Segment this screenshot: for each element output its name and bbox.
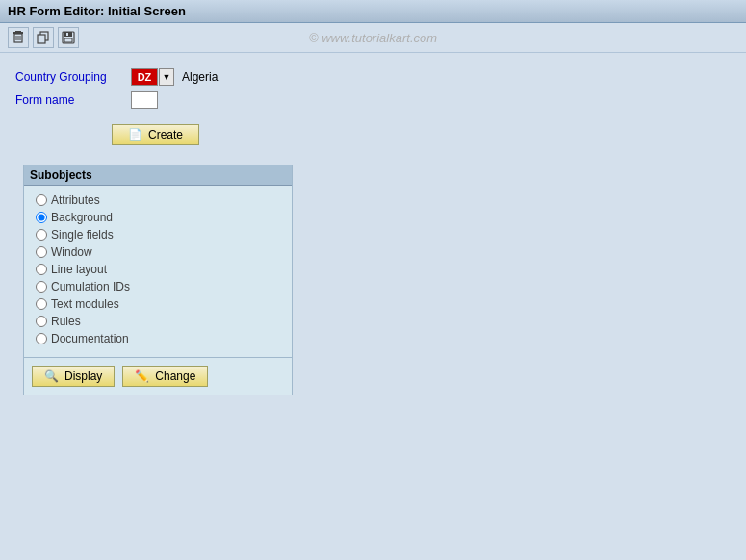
form-name-label: Form name xyxy=(15,93,131,107)
svg-rect-11 xyxy=(66,33,68,36)
background-radio[interactable] xyxy=(36,212,47,223)
line-layout-label: Line layout xyxy=(51,263,107,276)
svg-rect-10 xyxy=(64,38,72,42)
watermark: © www.tutorialkart.com xyxy=(309,31,437,45)
toolbar: © www.tutorialkart.com xyxy=(0,23,746,53)
subobjects-header: Subobjects xyxy=(24,165,292,186)
line-layout-radio[interactable] xyxy=(36,264,47,275)
change-button[interactable]: ✏️ Change xyxy=(122,366,208,387)
country-grouping-label: Country Grouping xyxy=(15,70,131,84)
rules-label: Rules xyxy=(51,315,81,328)
create-button[interactable]: 📄 Create xyxy=(112,124,199,145)
create-label: Create xyxy=(148,128,183,141)
country-name: Algeria xyxy=(182,70,218,84)
bottom-buttons: 🔍 Display ✏️ Change xyxy=(24,357,292,395)
documentation-label: Documentation xyxy=(51,332,129,345)
display-button[interactable]: 🔍 Display xyxy=(32,366,115,387)
subobjects-panel: Subobjects Attributes Background Single … xyxy=(23,165,293,395)
subobjects-body: Attributes Background Single fields Wind… xyxy=(24,186,292,357)
create-section: 📄 Create xyxy=(112,124,731,145)
background-label: Background xyxy=(51,211,113,224)
list-item: Rules xyxy=(36,315,280,328)
list-item: Text modules xyxy=(36,297,280,311)
create-doc-icon: 📄 xyxy=(128,128,142,141)
svg-rect-7 xyxy=(38,35,45,43)
list-item: Cumulation IDs xyxy=(36,280,280,293)
country-search-button[interactable]: ▼ xyxy=(159,68,174,86)
list-item: Window xyxy=(36,245,280,259)
list-item: Background xyxy=(36,211,280,224)
window-label: Window xyxy=(51,245,92,259)
display-label: Display xyxy=(64,369,102,383)
country-grouping-row: Country Grouping ▼ Algeria xyxy=(15,68,731,86)
save-button[interactable] xyxy=(58,27,79,48)
copy-button[interactable] xyxy=(33,27,54,48)
change-label: Change xyxy=(155,369,195,383)
change-icon: ✏️ xyxy=(135,369,149,383)
cumulation-ids-radio[interactable] xyxy=(36,281,47,293)
delete-button[interactable] xyxy=(8,27,29,48)
attributes-radio[interactable] xyxy=(36,194,47,206)
single-fields-label: Single fields xyxy=(51,228,114,242)
cumulation-ids-label: Cumulation IDs xyxy=(51,280,130,293)
rules-radio[interactable] xyxy=(36,316,47,327)
main-content: Country Grouping ▼ Algeria Form name 📄 C… xyxy=(0,53,746,411)
text-modules-label: Text modules xyxy=(51,297,119,311)
list-item: Single fields xyxy=(36,228,280,242)
list-item: Line layout xyxy=(36,263,280,276)
form-name-input[interactable] xyxy=(131,91,158,109)
window-radio[interactable] xyxy=(36,246,47,258)
attributes-label: Attributes xyxy=(51,193,100,207)
list-item: Attributes xyxy=(36,193,280,207)
title-bar: HR Form Editor: Initial Screen xyxy=(0,0,746,23)
page-title: HR Form Editor: Initial Screen xyxy=(8,4,186,18)
list-item: Documentation xyxy=(36,332,280,345)
single-fields-radio[interactable] xyxy=(36,229,47,241)
country-code-input[interactable] xyxy=(131,68,158,86)
display-icon: 🔍 xyxy=(44,369,59,383)
text-modules-radio[interactable] xyxy=(36,298,47,310)
documentation-radio[interactable] xyxy=(36,333,47,344)
form-name-row: Form name xyxy=(15,91,731,109)
svg-rect-1 xyxy=(15,31,21,33)
